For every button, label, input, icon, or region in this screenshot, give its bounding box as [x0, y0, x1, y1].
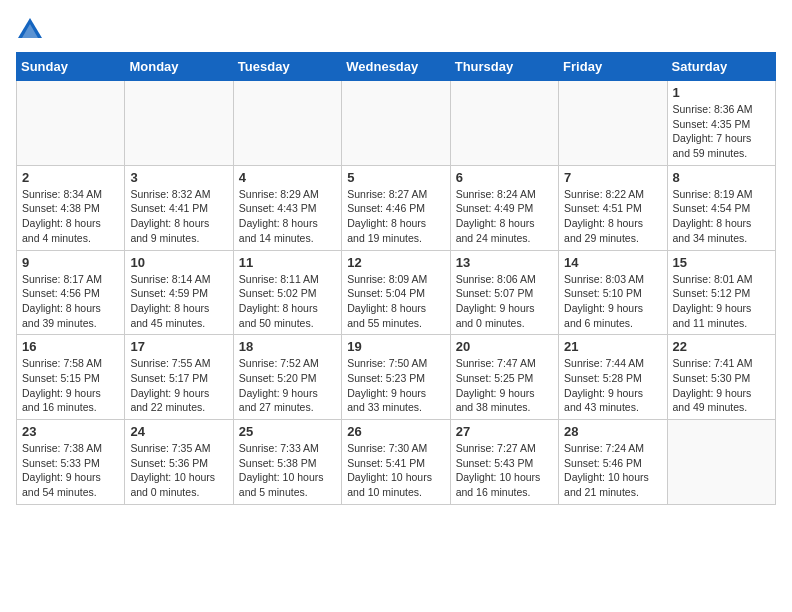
day-number: 27: [456, 424, 553, 439]
weekday-header-tuesday: Tuesday: [233, 53, 341, 81]
day-number: 4: [239, 170, 336, 185]
logo-icon: [16, 16, 44, 44]
calendar-cell: 23Sunrise: 7:38 AM Sunset: 5:33 PM Dayli…: [17, 420, 125, 505]
calendar-cell: 12Sunrise: 8:09 AM Sunset: 5:04 PM Dayli…: [342, 250, 450, 335]
calendar-cell: 18Sunrise: 7:52 AM Sunset: 5:20 PM Dayli…: [233, 335, 341, 420]
calendar-cell: 28Sunrise: 7:24 AM Sunset: 5:46 PM Dayli…: [559, 420, 667, 505]
day-info: Sunrise: 7:41 AM Sunset: 5:30 PM Dayligh…: [673, 356, 770, 415]
day-number: 21: [564, 339, 661, 354]
calendar-cell: 10Sunrise: 8:14 AM Sunset: 4:59 PM Dayli…: [125, 250, 233, 335]
calendar-week-row: 23Sunrise: 7:38 AM Sunset: 5:33 PM Dayli…: [17, 420, 776, 505]
calendar-cell: 1Sunrise: 8:36 AM Sunset: 4:35 PM Daylig…: [667, 81, 775, 166]
weekday-header-friday: Friday: [559, 53, 667, 81]
day-number: 1: [673, 85, 770, 100]
day-number: 5: [347, 170, 444, 185]
calendar-cell: 17Sunrise: 7:55 AM Sunset: 5:17 PM Dayli…: [125, 335, 233, 420]
day-info: Sunrise: 8:11 AM Sunset: 5:02 PM Dayligh…: [239, 272, 336, 331]
calendar-cell: 14Sunrise: 8:03 AM Sunset: 5:10 PM Dayli…: [559, 250, 667, 335]
day-number: 22: [673, 339, 770, 354]
calendar-cell: 3Sunrise: 8:32 AM Sunset: 4:41 PM Daylig…: [125, 165, 233, 250]
day-number: 3: [130, 170, 227, 185]
calendar-cell: 2Sunrise: 8:34 AM Sunset: 4:38 PM Daylig…: [17, 165, 125, 250]
calendar-cell: 22Sunrise: 7:41 AM Sunset: 5:30 PM Dayli…: [667, 335, 775, 420]
day-info: Sunrise: 8:01 AM Sunset: 5:12 PM Dayligh…: [673, 272, 770, 331]
day-number: 9: [22, 255, 119, 270]
calendar-week-row: 2Sunrise: 8:34 AM Sunset: 4:38 PM Daylig…: [17, 165, 776, 250]
calendar-week-row: 1Sunrise: 8:36 AM Sunset: 4:35 PM Daylig…: [17, 81, 776, 166]
calendar-cell: 4Sunrise: 8:29 AM Sunset: 4:43 PM Daylig…: [233, 165, 341, 250]
day-info: Sunrise: 7:44 AM Sunset: 5:28 PM Dayligh…: [564, 356, 661, 415]
day-info: Sunrise: 7:52 AM Sunset: 5:20 PM Dayligh…: [239, 356, 336, 415]
day-number: 17: [130, 339, 227, 354]
day-info: Sunrise: 7:47 AM Sunset: 5:25 PM Dayligh…: [456, 356, 553, 415]
day-number: 16: [22, 339, 119, 354]
day-info: Sunrise: 8:36 AM Sunset: 4:35 PM Dayligh…: [673, 102, 770, 161]
day-info: Sunrise: 8:24 AM Sunset: 4:49 PM Dayligh…: [456, 187, 553, 246]
calendar-cell: 16Sunrise: 7:58 AM Sunset: 5:15 PM Dayli…: [17, 335, 125, 420]
day-number: 14: [564, 255, 661, 270]
day-info: Sunrise: 7:30 AM Sunset: 5:41 PM Dayligh…: [347, 441, 444, 500]
day-number: 2: [22, 170, 119, 185]
day-number: 12: [347, 255, 444, 270]
day-number: 11: [239, 255, 336, 270]
calendar-table: SundayMondayTuesdayWednesdayThursdayFrid…: [16, 52, 776, 505]
calendar-cell: 11Sunrise: 8:11 AM Sunset: 5:02 PM Dayli…: [233, 250, 341, 335]
day-info: Sunrise: 7:27 AM Sunset: 5:43 PM Dayligh…: [456, 441, 553, 500]
day-number: 23: [22, 424, 119, 439]
day-info: Sunrise: 7:38 AM Sunset: 5:33 PM Dayligh…: [22, 441, 119, 500]
day-info: Sunrise: 8:17 AM Sunset: 4:56 PM Dayligh…: [22, 272, 119, 331]
calendar-cell: [450, 81, 558, 166]
day-number: 28: [564, 424, 661, 439]
day-number: 20: [456, 339, 553, 354]
calendar-cell: [559, 81, 667, 166]
day-info: Sunrise: 7:33 AM Sunset: 5:38 PM Dayligh…: [239, 441, 336, 500]
calendar-cell: 25Sunrise: 7:33 AM Sunset: 5:38 PM Dayli…: [233, 420, 341, 505]
calendar-cell: 13Sunrise: 8:06 AM Sunset: 5:07 PM Dayli…: [450, 250, 558, 335]
day-info: Sunrise: 8:14 AM Sunset: 4:59 PM Dayligh…: [130, 272, 227, 331]
day-number: 13: [456, 255, 553, 270]
day-number: 10: [130, 255, 227, 270]
day-info: Sunrise: 7:55 AM Sunset: 5:17 PM Dayligh…: [130, 356, 227, 415]
day-info: Sunrise: 7:50 AM Sunset: 5:23 PM Dayligh…: [347, 356, 444, 415]
day-number: 6: [456, 170, 553, 185]
day-info: Sunrise: 8:19 AM Sunset: 4:54 PM Dayligh…: [673, 187, 770, 246]
calendar-cell: 8Sunrise: 8:19 AM Sunset: 4:54 PM Daylig…: [667, 165, 775, 250]
calendar-cell: [125, 81, 233, 166]
day-number: 19: [347, 339, 444, 354]
calendar-week-row: 9Sunrise: 8:17 AM Sunset: 4:56 PM Daylig…: [17, 250, 776, 335]
calendar-cell: 19Sunrise: 7:50 AM Sunset: 5:23 PM Dayli…: [342, 335, 450, 420]
calendar-cell: 15Sunrise: 8:01 AM Sunset: 5:12 PM Dayli…: [667, 250, 775, 335]
calendar-cell: [17, 81, 125, 166]
day-info: Sunrise: 8:03 AM Sunset: 5:10 PM Dayligh…: [564, 272, 661, 331]
day-info: Sunrise: 8:29 AM Sunset: 4:43 PM Dayligh…: [239, 187, 336, 246]
weekday-header-sunday: Sunday: [17, 53, 125, 81]
day-info: Sunrise: 7:24 AM Sunset: 5:46 PM Dayligh…: [564, 441, 661, 500]
day-number: 26: [347, 424, 444, 439]
day-info: Sunrise: 8:22 AM Sunset: 4:51 PM Dayligh…: [564, 187, 661, 246]
calendar-cell: 26Sunrise: 7:30 AM Sunset: 5:41 PM Dayli…: [342, 420, 450, 505]
day-number: 7: [564, 170, 661, 185]
calendar-cell: 9Sunrise: 8:17 AM Sunset: 4:56 PM Daylig…: [17, 250, 125, 335]
weekday-header-thursday: Thursday: [450, 53, 558, 81]
day-info: Sunrise: 8:32 AM Sunset: 4:41 PM Dayligh…: [130, 187, 227, 246]
page-header: [16, 16, 776, 44]
calendar-cell: [667, 420, 775, 505]
calendar-cell: [342, 81, 450, 166]
weekday-header-saturday: Saturday: [667, 53, 775, 81]
day-info: Sunrise: 8:34 AM Sunset: 4:38 PM Dayligh…: [22, 187, 119, 246]
calendar-cell: 7Sunrise: 8:22 AM Sunset: 4:51 PM Daylig…: [559, 165, 667, 250]
logo: [16, 16, 48, 44]
calendar-cell: 27Sunrise: 7:27 AM Sunset: 5:43 PM Dayli…: [450, 420, 558, 505]
calendar-cell: 21Sunrise: 7:44 AM Sunset: 5:28 PM Dayli…: [559, 335, 667, 420]
day-info: Sunrise: 8:09 AM Sunset: 5:04 PM Dayligh…: [347, 272, 444, 331]
day-info: Sunrise: 8:06 AM Sunset: 5:07 PM Dayligh…: [456, 272, 553, 331]
calendar-cell: 20Sunrise: 7:47 AM Sunset: 5:25 PM Dayli…: [450, 335, 558, 420]
day-info: Sunrise: 7:58 AM Sunset: 5:15 PM Dayligh…: [22, 356, 119, 415]
day-number: 15: [673, 255, 770, 270]
calendar-cell: 24Sunrise: 7:35 AM Sunset: 5:36 PM Dayli…: [125, 420, 233, 505]
day-info: Sunrise: 7:35 AM Sunset: 5:36 PM Dayligh…: [130, 441, 227, 500]
day-info: Sunrise: 8:27 AM Sunset: 4:46 PM Dayligh…: [347, 187, 444, 246]
weekday-header-wednesday: Wednesday: [342, 53, 450, 81]
day-number: 18: [239, 339, 336, 354]
day-number: 24: [130, 424, 227, 439]
